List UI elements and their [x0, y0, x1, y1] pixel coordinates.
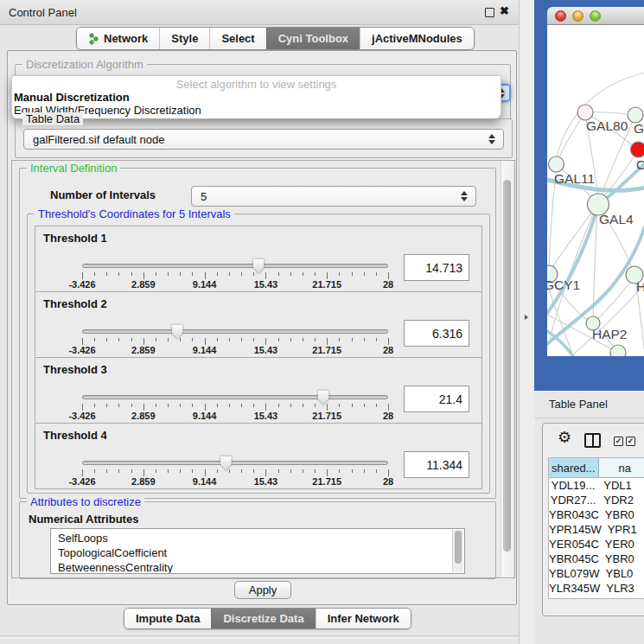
- tab-select-label: Select: [221, 32, 254, 45]
- cell-shared-name[interactable]: YER054C: [549, 537, 600, 552]
- cell-name[interactable]: YBR0: [600, 507, 644, 522]
- scrollbar-thumb[interactable]: [455, 531, 462, 564]
- cell-shared-name[interactable]: YDL19...: [549, 478, 598, 493]
- gear-icon[interactable]: ⚙: [558, 429, 571, 446]
- node-bottom-partial[interactable]: [610, 345, 626, 356]
- network-window-frame: GAL80 GA GAL11 C GAL4 GCY1 H HAP2: [534, 0, 644, 391]
- apply-button[interactable]: Apply: [234, 581, 291, 599]
- cell-shared-name[interactable]: YBL079W: [549, 566, 601, 581]
- table-data-combo-value: galFiltered.sif default node: [33, 133, 164, 146]
- tab-cyni-toolbox-label: Cyni Toolbox: [278, 32, 348, 45]
- threshold-1-value-field[interactable]: 14.713: [404, 254, 469, 281]
- threshold-3-slider[interactable]: [82, 395, 388, 399]
- thresholds-group-label: Threshold's Coordinates for 5 Intervals: [35, 207, 234, 220]
- close-traffic-light-icon[interactable]: [555, 10, 566, 22]
- tab-discretize-data[interactable]: Discretize Data: [211, 609, 315, 628]
- tab-style[interactable]: Style: [159, 28, 209, 49]
- threshold-4-value-field[interactable]: 11.344: [404, 451, 469, 478]
- tick-label: 9.144: [193, 279, 217, 290]
- tick-label: -3.426: [68, 279, 95, 290]
- cell-shared-name[interactable]: YLR345W: [549, 581, 601, 596]
- table-row[interactable]: YLR345WYLR3: [549, 581, 644, 596]
- cell-name[interactable]: YIL0: [598, 596, 644, 599]
- cell-shared-name[interactable]: YIL052C: [549, 596, 598, 599]
- cell-name[interactable]: YER0: [600, 537, 644, 552]
- table-row[interactable]: YPR145WYPR1: [549, 522, 644, 537]
- node-attribute-table: shared... na YDL19...YDL1YDR27...YDR2YBR…: [548, 457, 644, 599]
- close-icon[interactable]: ✖: [500, 4, 509, 17]
- number-of-intervals-combo[interactable]: 5: [191, 186, 476, 207]
- column-header-name[interactable]: na: [599, 458, 644, 477]
- algorithm-dropdown-popup: Select algorithm to view settings Manual…: [11, 75, 501, 119]
- cell-name[interactable]: YLR3: [601, 581, 644, 596]
- cell-shared-name[interactable]: YDR27...: [549, 493, 598, 507]
- cell-name[interactable]: YDR2: [598, 493, 644, 507]
- network-canvas[interactable]: GAL80 GA GAL11 C GAL4 GCY1 H HAP2: [547, 25, 644, 356]
- list-item[interactable]: TopologicalCoefficient: [51, 545, 464, 560]
- tick-label: -3.426: [68, 411, 95, 421]
- list-item[interactable]: BetweennessCentrality: [51, 560, 464, 574]
- checkbox-icon[interactable]: ✓: [614, 437, 623, 446]
- attributes-group: Attributes to discretize Numerical Attri…: [19, 501, 496, 579]
- tick-label: 2.859: [131, 411, 156, 421]
- panel-splitter[interactable]: [519, 0, 535, 644]
- tab-impute-data[interactable]: Impute Data: [124, 609, 211, 628]
- table-row[interactable]: YDL19...YDL1: [549, 478, 644, 493]
- column-header-shared-name[interactable]: shared...: [549, 458, 599, 477]
- table-data-combo[interactable]: galFiltered.sif default node: [23, 129, 504, 150]
- table-row[interactable]: YBR043CYBR0: [549, 507, 644, 522]
- cell-shared-name[interactable]: YBR043C: [549, 507, 600, 522]
- list-item[interactable]: SelfLoops: [51, 531, 464, 545]
- table-row[interactable]: YBR045CYBR0: [549, 552, 644, 566]
- cell-name[interactable]: YPR1: [603, 522, 644, 537]
- zoom-traffic-light-icon[interactable]: [590, 10, 601, 22]
- tab-network[interactable]: Network: [77, 28, 159, 49]
- cell-name[interactable]: YBL0: [601, 566, 644, 581]
- threshold-3-value-field[interactable]: 21.4: [404, 386, 469, 412]
- node-selected-red[interactable]: [631, 142, 644, 157]
- tab-style-label: Style: [171, 32, 198, 45]
- cyni-bottom-tabs: Impute Data Discretize Data Infer Networ…: [124, 608, 411, 629]
- cell-shared-name[interactable]: YPR145W: [549, 522, 603, 537]
- table-header-row: shared... na: [549, 458, 644, 478]
- network-window-titlebar[interactable]: [547, 7, 644, 25]
- threshold-2-panel: Threshold 2 -3.4262.8599.14415.4321.7152…: [35, 291, 482, 358]
- table-row[interactable]: YIL052CYIL0: [549, 596, 644, 599]
- table-row[interactable]: YDR27...YDR2: [549, 493, 644, 507]
- algorithm-popup-item-manual[interactable]: Manual Discretization: [14, 91, 130, 104]
- split-columns-icon[interactable]: [584, 433, 601, 448]
- tab-select[interactable]: Select: [209, 28, 265, 49]
- tab-jactivemnodules[interactable]: jActiveMNodules: [360, 28, 474, 49]
- minimize-traffic-light-icon[interactable]: [572, 10, 583, 22]
- numerical-attributes-list[interactable]: SelfLoops TopologicalCoefficient Between…: [50, 528, 465, 574]
- threshold-2-slider[interactable]: [82, 329, 388, 334]
- tick-label: 28: [383, 279, 393, 290]
- tab-cyni-toolbox[interactable]: Cyni Toolbox: [266, 28, 360, 49]
- splitter-collapse-icon[interactable]: [525, 315, 528, 320]
- screen: Control Panel ✖ Network Style Select Cyn…: [0, 0, 644, 644]
- attributes-list-scrollbar[interactable]: [452, 530, 463, 572]
- threshold-1-slider[interactable]: [82, 264, 388, 268]
- tick-label: 15.43: [254, 345, 278, 355]
- threshold-2-value-field[interactable]: 6.316: [404, 320, 469, 347]
- number-of-intervals-label: Number of Intervals: [50, 188, 156, 201]
- node-gal11[interactable]: [549, 156, 564, 172]
- settings-vertical-scrollbar[interactable]: [501, 161, 514, 577]
- threshold-4-slider[interactable]: [82, 461, 388, 465]
- number-of-intervals-value: 5: [201, 190, 207, 203]
- algorithm-popup-hint[interactable]: Select algorithm to view settings: [12, 78, 501, 91]
- cell-shared-name[interactable]: YBR045C: [549, 552, 600, 566]
- cell-name[interactable]: YBR0: [600, 552, 644, 566]
- tick-label: 21.715: [312, 476, 341, 487]
- table-row[interactable]: YBL079WYBL0: [549, 566, 644, 581]
- stepper-icon: [461, 191, 468, 201]
- threshold-3-label: Threshold 3: [43, 363, 107, 376]
- table-row[interactable]: YER054CYER0: [549, 537, 644, 552]
- checkbox-icon[interactable]: ✓: [626, 437, 635, 446]
- tab-infer-network-label: Infer Network: [328, 612, 399, 625]
- node-label-gal4: GAL4: [599, 212, 634, 226]
- float-window-icon[interactable]: [485, 8, 494, 17]
- tab-infer-network[interactable]: Infer Network: [316, 609, 411, 628]
- scrollbar-thumb[interactable]: [503, 180, 511, 552]
- cell-name[interactable]: YDL1: [598, 478, 644, 493]
